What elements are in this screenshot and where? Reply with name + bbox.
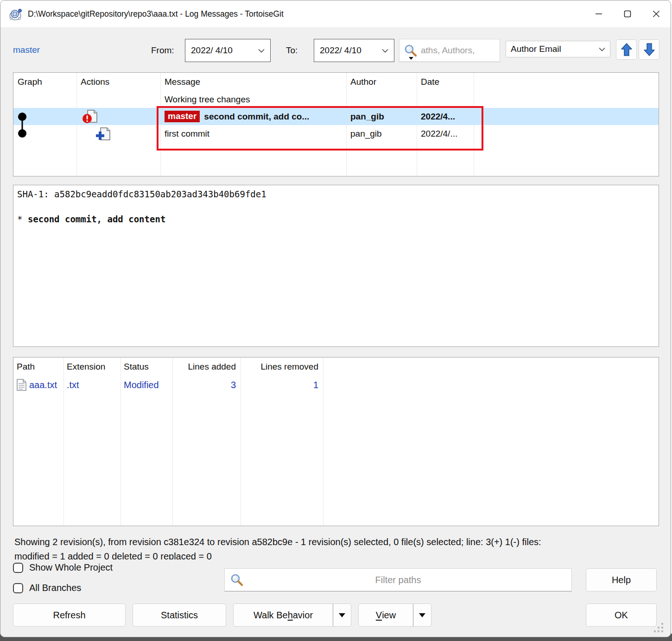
from-label: From: (151, 45, 174, 56)
ok-button[interactable]: OK (586, 603, 657, 627)
bullet: * (17, 214, 22, 224)
file-status: Modified (120, 380, 172, 390)
commit-message-text: second commit, add content (28, 214, 165, 224)
document-icon (17, 379, 26, 391)
changed-files-list[interactable]: Path Extension Status Lines added Lines … (13, 357, 659, 526)
view-button[interactable]: View (358, 603, 431, 627)
column-header-extension[interactable]: Extension (63, 362, 120, 372)
commit-date: 2022/4... (417, 112, 474, 122)
chevron-down-icon (599, 47, 605, 51)
status-line-1: Showing 2 revision(s), from revision c38… (14, 535, 652, 549)
search-field-dropdown[interactable]: Author Email (506, 41, 610, 57)
sha1-line: SHA-1: a582bc9eadd0fdc83150ab203ad343b40… (17, 188, 655, 201)
filter-paths-input[interactable] (225, 569, 571, 591)
log-search-box[interactable] (399, 39, 500, 62)
arrow-up-icon (621, 43, 633, 57)
commit-list-header[interactable]: Graph Actions Message Author Date (13, 73, 659, 91)
branch-link[interactable]: master (13, 45, 40, 55)
file-list-header[interactable]: Path Extension Status Lines added Lines … (13, 358, 659, 376)
search-field-value: Author Email (506, 44, 599, 54)
all-branches-label: All Branches (29, 583, 81, 593)
working-tree-row[interactable]: Working tree changes (13, 91, 659, 108)
dropdown-arrow-icon (419, 613, 425, 617)
working-tree-label: Working tree changes (160, 94, 346, 105)
file-lines-removed: 1 (241, 380, 323, 390)
column-header-status[interactable]: Status (120, 362, 172, 372)
dropdown-arrow-icon (339, 613, 345, 617)
statistics-label: Statistics (161, 610, 198, 621)
file-path: aaa.txt (29, 380, 57, 390)
column-header-lines-added[interactable]: Lines added (172, 362, 241, 372)
column-header-lines-removed[interactable]: Lines removed (241, 362, 323, 372)
refresh-label: Refresh (53, 610, 85, 621)
file-extension: .txt (63, 380, 120, 390)
find-previous-button[interactable] (616, 39, 637, 60)
from-date-value: 2022/ 4/10 (185, 45, 258, 56)
from-date-picker[interactable]: 2022/ 4/10 (185, 39, 271, 62)
close-button[interactable] (642, 0, 671, 27)
filter-paths-box[interactable] (224, 568, 572, 591)
desktop: D:\Workspace\gitRepository\repo3\aaa.txt… (0, 0, 672, 641)
commit-message: second commit, add co... (204, 112, 309, 122)
maximize-icon (624, 10, 631, 18)
commit-author: pan_gib (346, 129, 417, 139)
all-branches-checkbox[interactable] (13, 583, 23, 593)
resize-grip[interactable] (654, 623, 663, 632)
column-header-path[interactable]: Path (13, 362, 63, 372)
commit-date: 2022/4/... (417, 129, 474, 139)
commit-message-line: * second commit, add content (17, 213, 655, 226)
close-icon (653, 10, 660, 18)
to-date-value: 2022/ 4/10 (314, 45, 382, 56)
commit-list[interactable]: Graph Actions Message Author Date Workin… (13, 72, 659, 176)
show-whole-project-checkbox[interactable] (13, 563, 23, 573)
ok-label: OK (615, 610, 628, 621)
status-line-2: modified = 1 added = 0 deleted = 0 repla… (14, 549, 652, 559)
commit-message: first commit (160, 129, 346, 139)
walk-behavior-button[interactable]: Walk Behavior (233, 603, 351, 627)
to-label: To: (286, 45, 298, 56)
minimize-button[interactable] (584, 0, 613, 27)
branch-badge-master: master (165, 111, 200, 122)
column-header-author[interactable]: Author (346, 77, 417, 87)
file-lines-added: 3 (172, 380, 241, 390)
revision-graph (13, 73, 76, 176)
tortoisegit-app-icon (8, 6, 23, 21)
commit-row-second-commit[interactable]: master second commit, add co... pan_gib … (13, 108, 659, 125)
window-controls (584, 0, 671, 27)
view-label: View (359, 604, 413, 626)
file-row-aaa-txt[interactable]: aaa.txt .txt Modified 3 1 (13, 376, 659, 394)
help-button[interactable]: Help (586, 568, 657, 591)
statistics-button[interactable]: Statistics (133, 603, 226, 627)
tortoisegit-log-window: D:\Workspace\gitRepository\repo3\aaa.txt… (0, 0, 671, 637)
maximize-button[interactable] (613, 0, 642, 27)
show-whole-project-label: Show Whole Project (29, 562, 113, 573)
chevron-down-icon (258, 49, 265, 53)
refresh-button[interactable]: Refresh (13, 603, 126, 627)
added-file-icon (95, 127, 111, 142)
window-title: D:\Workspace\gitRepository\repo3\aaa.txt… (28, 9, 284, 19)
to-date-picker[interactable]: 2022/ 4/10 (314, 39, 394, 62)
minimize-icon (595, 10, 602, 18)
walk-behavior-menu-arrow[interactable] (333, 604, 351, 626)
column-header-message[interactable]: Message (160, 77, 346, 87)
search-options-arrow-icon[interactable] (409, 57, 413, 60)
all-branches-option[interactable]: All Branches (13, 583, 81, 593)
status-summary: Showing 2 revision(s), from revision c38… (14, 535, 652, 559)
modified-file-icon (82, 109, 98, 124)
search-icon (229, 573, 244, 588)
commit-detail-pane[interactable]: SHA-1: a582bc9eadd0fdc83150ab203ad343b40… (13, 185, 659, 347)
commit-author: pan_gib (346, 112, 417, 122)
show-whole-project-option[interactable]: Show Whole Project (13, 562, 113, 573)
column-header-date[interactable]: Date (417, 77, 474, 87)
search-icon (403, 44, 418, 58)
find-next-button[interactable] (639, 39, 659, 60)
arrow-down-icon (643, 43, 655, 57)
walk-behavior-label: Walk Behavior (234, 604, 333, 626)
chevron-down-icon (382, 49, 388, 53)
help-label: Help (612, 575, 631, 585)
column-header-actions[interactable]: Actions (76, 77, 160, 87)
title-bar[interactable]: D:\Workspace\gitRepository\repo3\aaa.txt… (0, 0, 671, 27)
view-menu-arrow[interactable] (413, 604, 431, 626)
